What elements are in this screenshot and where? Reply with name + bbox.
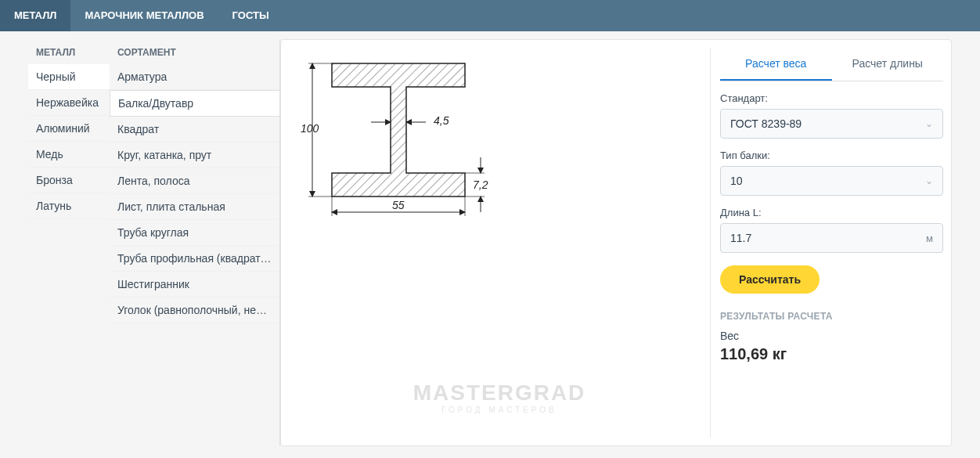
sidebar-sortament-item[interactable]: Лента, полоса: [110, 168, 279, 194]
calculate-button[interactable]: Рассчитать: [720, 265, 820, 294]
sidebar-sortament-item[interactable]: Балка/Двутавр: [110, 90, 279, 117]
type-value: 10: [730, 175, 743, 187]
sidebar-sortament-item[interactable]: Труба профильная (квадратная /...: [110, 246, 279, 272]
watermark-sub: ГОРОД МАСТЕРОВ: [413, 406, 586, 414]
sidebar-metal-item[interactable]: Алюминий: [28, 116, 110, 142]
length-input-wrap[interactable]: м: [720, 223, 943, 253]
sidebar-sortament: СОРТАМЕНТ Арматура Балка/Двутавр Квадрат…: [110, 39, 280, 446]
nav-gosty[interactable]: ГОСТЫ: [218, 0, 283, 31]
tab-weight[interactable]: Расчет веса: [720, 48, 832, 81]
length-unit: м: [926, 233, 933, 244]
watermark-main: MASTERGRAD: [413, 380, 586, 406]
sidebar-sortament-item[interactable]: Квадрат: [110, 117, 279, 142]
dim-height: 100: [301, 122, 319, 135]
type-select[interactable]: 10 ⌄: [720, 166, 943, 196]
sidebar-metal-item[interactable]: Медь: [28, 142, 110, 168]
sidebar-sortament-item[interactable]: Шестигранник: [110, 272, 279, 298]
sidebar-sortament-item[interactable]: Уголок (равнополочный, неравн...: [110, 298, 279, 323]
sidebar-metal: МЕТАЛЛ Черный Нержавейка Алюминий Медь Б…: [28, 39, 110, 446]
dim-flange: 7,2: [473, 179, 488, 191]
content-panel: 100 55 4,5 7,2 MASTERGRAD ГОРОД МАСТЕР: [280, 39, 952, 446]
length-label: Длина L:: [720, 207, 943, 218]
type-label: Тип балки:: [720, 150, 943, 161]
sidebar-sortament-item[interactable]: Лист, плита стальная: [110, 194, 279, 220]
calculator-panel: Расчет веса Расчет длины Стандарт: ГОСТ …: [710, 48, 943, 438]
beam-diagram: 100 55 4,5 7,2: [297, 56, 500, 228]
standard-label: Стандарт:: [720, 92, 943, 104]
watermark: MASTERGRAD ГОРОД МАСТЕРОВ: [413, 380, 586, 414]
tab-length[interactable]: Расчет длины: [832, 48, 944, 81]
sidebar-metal-item[interactable]: Нержавейка: [28, 90, 110, 116]
sidebar-sortament-header: СОРТАМЕНТ: [110, 39, 279, 64]
sidebar-metal-item[interactable]: Латунь: [28, 193, 110, 219]
nav-metal[interactable]: МЕТАЛЛ: [0, 0, 70, 31]
dim-web: 4,5: [434, 114, 449, 127]
standard-select[interactable]: ГОСТ 8239-89 ⌄: [720, 109, 943, 139]
sidebar-sortament-item[interactable]: Круг, катанка, прут: [110, 142, 279, 168]
dim-width: 55: [392, 199, 405, 211]
calc-tabs: Расчет веса Расчет длины: [720, 48, 943, 81]
sidebar-metal-header: МЕТАЛЛ: [28, 39, 110, 64]
sidebar-sortament-item[interactable]: Труба круглая: [110, 220, 279, 246]
results-header: РЕЗУЛЬТАТЫ РАСЧЕТА: [720, 311, 943, 322]
nav-marochnik[interactable]: МАРОЧНИК МЕТАЛЛОВ: [70, 0, 218, 31]
sidebar-metal-item[interactable]: Бронза: [28, 168, 110, 193]
diagram-area: 100 55 4,5 7,2 MASTERGRAD ГОРОД МАСТЕР: [289, 48, 710, 438]
top-nav: МЕТАЛЛ МАРОЧНИК МЕТАЛЛОВ ГОСТЫ: [0, 0, 980, 31]
sidebar-metal-item[interactable]: Черный: [28, 64, 110, 90]
chevron-down-icon: ⌄: [925, 175, 933, 186]
chevron-down-icon: ⌄: [925, 118, 933, 129]
result-value: 110,69 кг: [720, 345, 943, 363]
length-input[interactable]: [730, 232, 926, 244]
result-label: Вес: [720, 330, 943, 342]
standard-value: ГОСТ 8239-89: [730, 117, 802, 130]
sidebar-sortament-item[interactable]: Арматура: [110, 64, 279, 90]
